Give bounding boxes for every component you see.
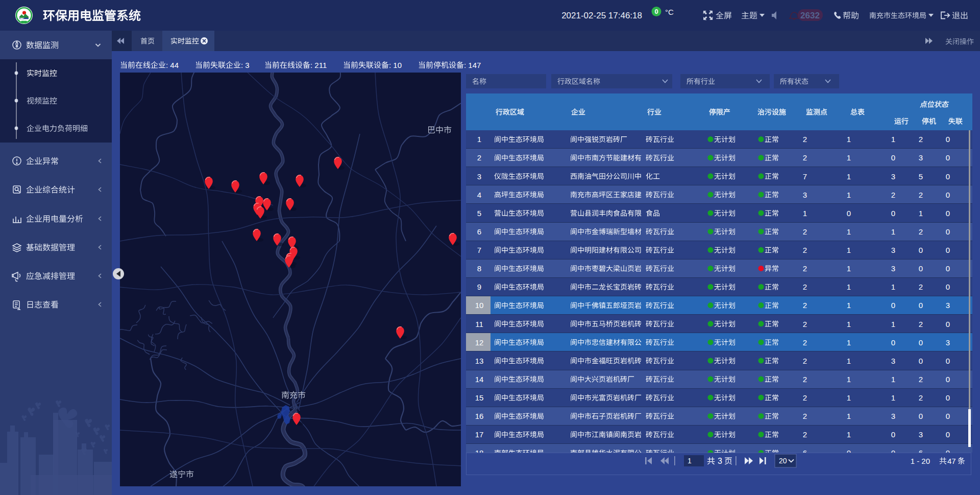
svg-text:: 10: : 10: [389, 61, 402, 69]
svg-text:1: 1: [891, 135, 895, 144]
svg-text:7: 7: [477, 246, 481, 254]
svg-text:0: 0: [946, 357, 950, 365]
svg-text:1: 1: [891, 282, 895, 291]
svg-text:2: 2: [919, 320, 923, 328]
svg-text:3: 3: [891, 246, 895, 254]
svg-text:1: 1: [891, 320, 895, 328]
svg-text:13: 13: [475, 357, 484, 365]
svg-text:1: 1: [847, 393, 851, 402]
svg-text:1: 1: [847, 246, 851, 254]
svg-text:2: 2: [919, 227, 923, 236]
svg-text:2: 2: [919, 282, 923, 291]
svg-text:0: 0: [946, 393, 950, 402]
svg-text:8: 8: [477, 264, 481, 273]
svg-text:1: 1: [847, 153, 851, 162]
svg-text:2: 2: [803, 412, 807, 420]
svg-text:0: 0: [919, 338, 923, 347]
svg-text:0: 0: [946, 153, 950, 162]
svg-text:2: 2: [803, 135, 807, 144]
svg-text:0: 0: [891, 449, 895, 457]
svg-text:1: 1: [847, 172, 851, 181]
svg-text:0: 0: [946, 282, 950, 291]
svg-text:0: 0: [946, 246, 950, 254]
svg-text:: 3: : 3: [241, 61, 250, 69]
svg-text:2: 2: [803, 264, 807, 273]
svg-text:1: 1: [891, 227, 895, 236]
svg-text:2: 2: [803, 227, 807, 236]
svg-text:2632: 2632: [800, 11, 820, 20]
svg-text:0: 0: [946, 430, 950, 439]
svg-text:1: 1: [891, 393, 895, 402]
svg-text:3: 3: [803, 191, 807, 199]
svg-text:15: 15: [475, 393, 484, 402]
svg-text:4: 4: [477, 191, 481, 199]
svg-text:1: 1: [891, 375, 895, 384]
svg-text:1: 1: [847, 430, 851, 439]
svg-text:1: 1: [847, 135, 851, 144]
svg-text:: 211: : 211: [310, 61, 327, 69]
svg-text:3: 3: [919, 153, 923, 162]
svg-text:: 147: : 147: [464, 61, 481, 69]
svg-text:0: 0: [891, 430, 895, 439]
svg-text:3: 3: [919, 430, 923, 439]
svg-text:0: 0: [946, 264, 950, 273]
svg-text:2: 2: [919, 375, 923, 384]
svg-text:2: 2: [919, 393, 923, 402]
svg-text:0: 0: [946, 227, 950, 236]
svg-text:3: 3: [891, 172, 895, 181]
svg-text:16: 16: [475, 412, 484, 420]
svg-text:0: 0: [946, 135, 950, 144]
svg-text:20: 20: [779, 457, 787, 465]
svg-text:0: 0: [946, 320, 950, 328]
svg-text:0: 0: [919, 246, 923, 254]
svg-text:1 - 20: 1 - 20: [911, 457, 930, 465]
svg-text:10: 10: [475, 301, 484, 310]
svg-text:2: 2: [803, 393, 807, 402]
svg-text:6: 6: [803, 449, 807, 457]
svg-text:18: 18: [475, 449, 484, 457]
svg-text:0: 0: [891, 153, 895, 162]
svg-text:2: 2: [803, 282, 807, 291]
svg-text:47: 47: [947, 457, 956, 465]
svg-text:2: 2: [803, 338, 807, 347]
svg-text:3: 3: [946, 301, 950, 310]
svg-text:2: 2: [803, 320, 807, 328]
svg-text:0: 0: [946, 375, 950, 384]
svg-text:5: 5: [477, 209, 481, 218]
svg-text:0: 0: [946, 191, 950, 199]
svg-text:2: 2: [803, 246, 807, 254]
svg-text:7: 7: [803, 172, 807, 181]
svg-text:2: 2: [891, 191, 895, 199]
svg-text:3: 3: [891, 264, 895, 273]
svg-text:2: 2: [803, 357, 807, 365]
svg-text:2021-02-25 17:46:18: 2021-02-25 17:46:18: [561, 11, 642, 20]
svg-text:°C: °C: [665, 8, 674, 16]
svg-text:1: 1: [847, 282, 851, 291]
svg-text:0: 0: [847, 209, 851, 218]
svg-text:1: 1: [847, 264, 851, 273]
svg-text:3: 3: [891, 357, 895, 365]
svg-text:0: 0: [891, 209, 895, 218]
svg-text:3: 3: [718, 457, 722, 465]
svg-text:: 44: : 44: [166, 61, 179, 69]
svg-text:1: 1: [847, 191, 851, 199]
svg-text:6: 6: [477, 227, 481, 236]
svg-text:12: 12: [475, 338, 484, 347]
svg-text:2: 2: [803, 301, 807, 310]
svg-text:0: 0: [946, 209, 950, 218]
svg-text:0: 0: [946, 412, 950, 420]
svg-text:0: 0: [847, 449, 851, 457]
svg-text:1: 1: [847, 412, 851, 420]
svg-text:1: 1: [847, 338, 851, 347]
svg-text:11: 11: [475, 320, 483, 328]
svg-text:2: 2: [919, 135, 923, 144]
svg-text:1: 1: [477, 135, 481, 144]
svg-text:0: 0: [946, 172, 950, 181]
svg-text:0: 0: [891, 338, 895, 347]
svg-text:0: 0: [654, 8, 658, 15]
svg-text:1: 1: [847, 375, 851, 384]
svg-text:1: 1: [919, 209, 923, 218]
svg-text:2: 2: [803, 375, 807, 384]
svg-text:0: 0: [919, 301, 923, 310]
svg-text:1: 1: [803, 209, 807, 218]
